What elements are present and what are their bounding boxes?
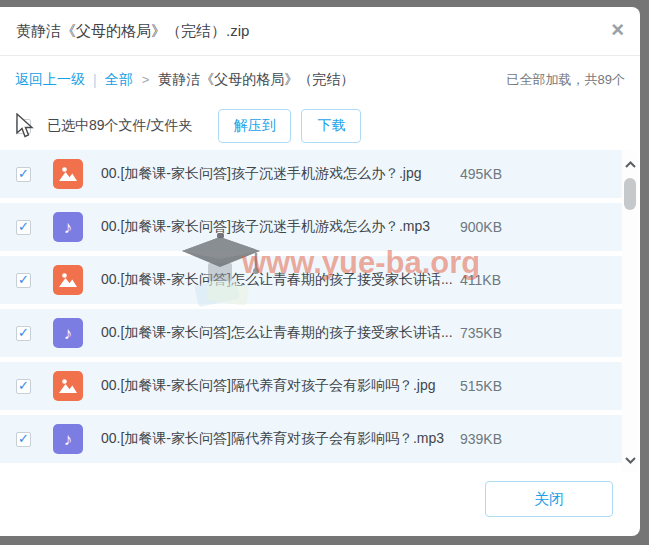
select-all-checkbox[interactable] xyxy=(16,119,31,134)
archive-preview-dialog: 黄静洁《父母的格局》（完结）.zip × 返回上一级 | 全部 > 黄静洁《父母… xyxy=(0,7,640,536)
row-checkbox[interactable] xyxy=(16,326,31,341)
breadcrumb-separator: | xyxy=(93,72,97,88)
breadcrumb-arrow-icon: > xyxy=(142,72,150,87)
music-note-icon: ♪ xyxy=(64,431,73,448)
audio-file-icon: ♪ xyxy=(53,318,83,348)
table-row[interactable]: 00.[加餐课-家长问答]怎么让青春期的孩子接受家长讲话... 411KB xyxy=(0,256,622,304)
table-row[interactable]: 00.[加餐课-家长问答]隔代养育对孩子会有影响吗？.jpg 515KB xyxy=(0,362,622,410)
selection-toolbar: 已选中89个文件/文件夹 解压到 下载 xyxy=(0,103,640,149)
dialog-title: 黄静洁《父母的格局》（完结）.zip xyxy=(16,22,249,41)
file-size: 735KB xyxy=(460,325,622,341)
row-checkbox[interactable] xyxy=(16,167,31,182)
extract-to-button[interactable]: 解压到 xyxy=(218,109,291,143)
back-link[interactable]: 返回上一级 xyxy=(15,71,85,89)
file-name: 00.[加餐课-家长问答]怎么让青春期的孩子接受家长讲话... xyxy=(101,324,460,342)
close-button[interactable]: 关闭 xyxy=(485,481,613,517)
music-note-icon: ♪ xyxy=(64,219,73,236)
scrollbar-thumb[interactable] xyxy=(624,178,636,210)
file-size: 900KB xyxy=(460,219,622,235)
row-checkbox[interactable] xyxy=(16,432,31,447)
music-note-icon: ♪ xyxy=(64,325,73,342)
table-row[interactable]: ♪ 00.[加餐课-家长问答]怎么让青春期的孩子接受家长讲话... 735KB xyxy=(0,309,622,357)
selection-count-label: 已选中89个文件/文件夹 xyxy=(47,117,192,135)
dialog-header: 黄静洁《父母的格局》（完结）.zip × xyxy=(0,7,640,56)
file-name: 00.[加餐课-家长问答]孩子沉迷手机游戏怎么办？.mp3 xyxy=(101,218,460,236)
file-name: 00.[加餐课-家长问答]隔代养育对孩子会有影响吗？.mp3 xyxy=(101,430,460,448)
load-status: 已全部加载，共89个 xyxy=(507,71,625,89)
all-link[interactable]: 全部 xyxy=(105,71,133,89)
download-button[interactable]: 下载 xyxy=(301,109,361,143)
file-size: 411KB xyxy=(460,272,622,288)
file-size: 939KB xyxy=(460,431,622,447)
file-name: 00.[加餐课-家长问答]隔代养育对孩子会有影响吗？.jpg xyxy=(101,377,460,395)
image-file-icon xyxy=(53,371,83,401)
file-list: 00.[加餐课-家长问答]孩子沉迷手机游戏怎么办？.jpg 495KB ♪ 00… xyxy=(0,150,622,468)
table-row[interactable]: ♪ 00.[加餐课-家长问答]孩子沉迷手机游戏怎么办？.mp3 900KB xyxy=(0,203,622,251)
scrollbar[interactable] xyxy=(622,150,638,472)
close-icon[interactable]: × xyxy=(611,19,624,41)
audio-file-icon: ♪ xyxy=(53,212,83,242)
row-checkbox[interactable] xyxy=(16,379,31,394)
table-row[interactable]: 00.[加餐课-家长问答]孩子沉迷手机游戏怎么办？.jpg 495KB xyxy=(0,150,622,198)
breadcrumb-current: 黄静洁《父母的格局》（完结） xyxy=(158,71,354,89)
scroll-down-icon[interactable] xyxy=(625,446,636,472)
image-file-icon xyxy=(53,265,83,295)
row-checkbox[interactable] xyxy=(16,220,31,235)
scroll-up-icon[interactable] xyxy=(625,150,636,176)
row-checkbox[interactable] xyxy=(16,273,31,288)
audio-file-icon: ♪ xyxy=(53,424,83,454)
file-size: 495KB xyxy=(460,166,622,182)
file-size: 515KB xyxy=(460,378,622,394)
table-row[interactable]: ♪ 00.[加餐课-家长问答]隔代养育对孩子会有影响吗？.mp3 939KB xyxy=(0,415,622,463)
image-file-icon xyxy=(53,159,83,189)
file-name: 00.[加餐课-家长问答]怎么让青春期的孩子接受家长讲话... xyxy=(101,271,460,289)
file-name: 00.[加餐课-家长问答]孩子沉迷手机游戏怎么办？.jpg xyxy=(101,165,460,183)
breadcrumb: 返回上一级 | 全部 > 黄静洁《父母的格局》（完结） 已全部加载，共89个 xyxy=(0,56,640,103)
